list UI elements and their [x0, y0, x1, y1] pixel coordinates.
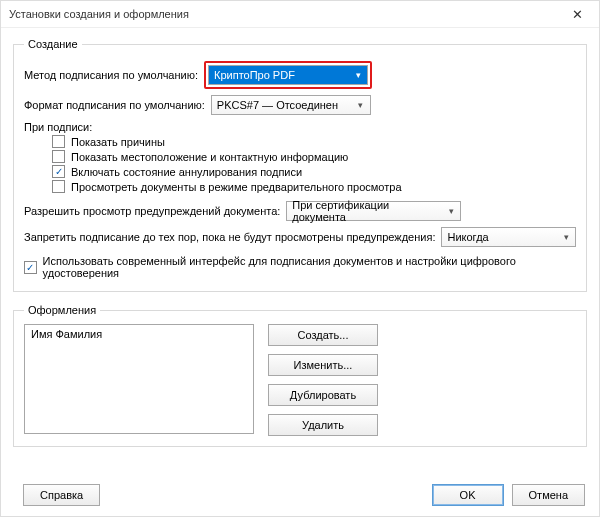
label-prevent-signing: Запретить подписание до тех пор, пока не…	[24, 231, 435, 243]
select-default-sign-method[interactable]: КриптоПро PDF ▾	[208, 65, 368, 85]
cancel-button[interactable]: Отмена	[512, 484, 585, 506]
checkbox-modern-ui[interactable]: ✓	[24, 261, 37, 274]
checkbox-show-reasons[interactable]	[52, 135, 65, 148]
label-include-revocation: Включать состояние аннулирования подписи	[71, 166, 302, 178]
chevron-down-icon: ▾	[559, 232, 573, 242]
label-default-sign-method: Метод подписания по умолчанию:	[24, 69, 198, 81]
list-item[interactable]: Имя Фамилия	[29, 327, 249, 341]
group-appearance-legend: Оформления	[24, 304, 100, 316]
label-when-signing: При подписи:	[24, 121, 576, 133]
ok-button[interactable]: OK	[432, 484, 504, 506]
dialog-footer: Справка OK Отмена	[1, 480, 599, 516]
edit-button[interactable]: Изменить...	[268, 354, 378, 376]
dialog-window: Установки создания и оформления ✕ Создан…	[0, 0, 600, 517]
checkbox-include-revocation[interactable]: ✓	[52, 165, 65, 178]
group-creation: Создание Метод подписания по умолчанию: …	[13, 38, 587, 292]
highlight-default-sign-method: КриптоПро PDF ▾	[204, 61, 372, 89]
group-appearance: Оформления Имя Фамилия Создать... Измени…	[13, 304, 587, 447]
chevron-down-icon: ▾	[351, 70, 365, 80]
label-modern-ui: Использовать современный интерфейс для п…	[43, 255, 576, 279]
appearance-button-column: Создать... Изменить... Дублировать Удали…	[268, 324, 378, 436]
delete-button[interactable]: Удалить	[268, 414, 378, 436]
checkbox-show-location[interactable]	[52, 150, 65, 163]
label-show-location: Показать местоположение и контактную инф…	[71, 151, 348, 163]
select-prevent-signing[interactable]: Никогда ▾	[441, 227, 576, 247]
duplicate-button[interactable]: Дублировать	[268, 384, 378, 406]
group-creation-legend: Создание	[24, 38, 82, 50]
create-button[interactable]: Создать...	[268, 324, 378, 346]
select-allow-warnings-value: При сертификации документа	[292, 199, 444, 223]
select-prevent-signing-value: Никогда	[447, 231, 488, 243]
label-allow-warnings: Разрешить просмотр предупреждений докуме…	[24, 205, 280, 217]
label-default-sign-format: Формат подписания по умолчанию:	[24, 99, 205, 111]
select-default-sign-format[interactable]: PKCS#7 — Отсоединен ▾	[211, 95, 371, 115]
select-default-sign-method-value: КриптоПро PDF	[214, 69, 295, 81]
checkbox-preview-docs[interactable]	[52, 180, 65, 193]
chevron-down-icon: ▾	[354, 100, 368, 110]
close-icon[interactable]: ✕	[559, 2, 595, 26]
window-title: Установки создания и оформления	[9, 8, 189, 20]
content-area: Создание Метод подписания по умолчанию: …	[1, 28, 599, 480]
appearance-listbox[interactable]: Имя Фамилия	[24, 324, 254, 434]
select-allow-warnings[interactable]: При сертификации документа ▾	[286, 201, 461, 221]
help-button[interactable]: Справка	[23, 484, 100, 506]
chevron-down-icon: ▾	[444, 206, 458, 216]
label-show-reasons: Показать причины	[71, 136, 165, 148]
label-preview-docs: Просмотреть документы в режиме предварит…	[71, 181, 402, 193]
select-default-sign-format-value: PKCS#7 — Отсоединен	[217, 99, 338, 111]
titlebar: Установки создания и оформления ✕	[1, 1, 599, 28]
